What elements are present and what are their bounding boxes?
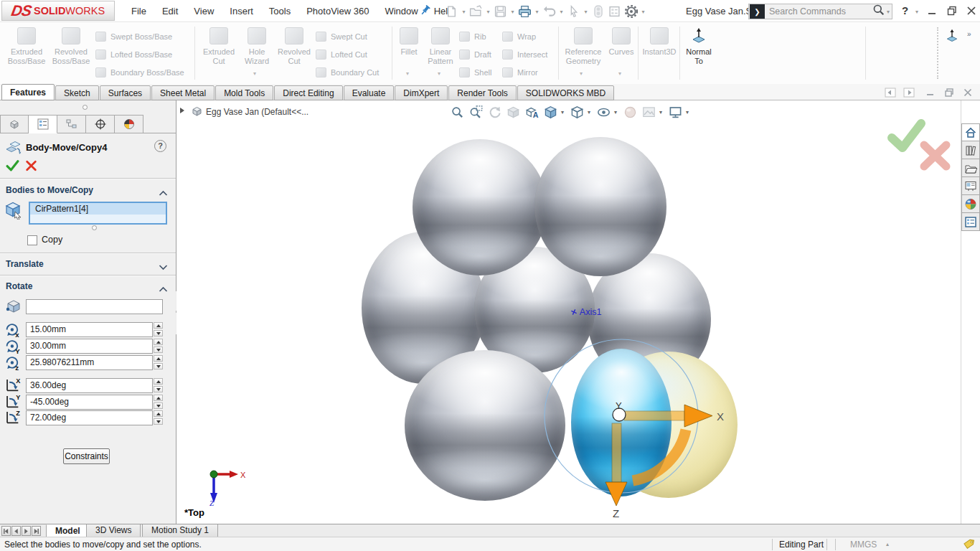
fillet-dropdown-icon[interactable]: ▾: [406, 70, 409, 77]
pin-menu-icon[interactable]: [420, 5, 431, 19]
open-dropdown-icon[interactable]: ▾: [484, 9, 492, 15]
tab-direct-editing[interactable]: Direct Editing: [274, 85, 342, 100]
lofted-cut-button[interactable]: Lofted Cut: [316, 45, 379, 63]
undo-icon[interactable]: [541, 3, 557, 20]
instant3d-button[interactable]: Instant3D: [641, 26, 678, 82]
undo-dropdown-icon[interactable]: ▾: [557, 9, 565, 15]
tab-evaluate[interactable]: Evaluate: [344, 85, 395, 100]
toolbar-overflow-chevron-icon[interactable]: »: [967, 30, 971, 38]
intersect-button[interactable]: Intersect: [502, 45, 547, 63]
options-gear-icon[interactable]: [623, 3, 639, 20]
translate-group-header[interactable]: Translate: [6, 259, 44, 269]
menu-photoview360[interactable]: PhotoView 360: [298, 0, 377, 22]
pane-minimize-icon[interactable]: [924, 87, 936, 98]
file-properties-icon[interactable]: [606, 3, 623, 20]
swept-boss-button[interactable]: Swept Boss/Base: [95, 27, 184, 45]
tab-scroll-first-icon[interactable]: [1, 526, 11, 536]
help-dropdown-icon[interactable]: ▾: [915, 9, 918, 15]
angle-x-spinner[interactable]: [154, 378, 163, 393]
tag-icon[interactable]: [963, 538, 975, 551]
rotate-angle-y-field[interactable]: -45.00deg: [26, 395, 153, 410]
copy-checkbox[interactable]: [27, 235, 37, 245]
rotate-collapse-icon[interactable]: [159, 283, 168, 296]
pane-restore-icon[interactable]: [943, 87, 955, 98]
design-library-icon[interactable]: [961, 141, 980, 159]
tab-dimxpert-manager[interactable]: [86, 115, 115, 133]
boundary-boss-button[interactable]: Boundary Boss/Base: [95, 63, 184, 81]
translate-expand-icon[interactable]: [159, 260, 168, 273]
rotate-arc-handle[interactable]: [633, 430, 686, 481]
tab-render-tools[interactable]: Render Tools: [448, 85, 517, 100]
tab-surfaces[interactable]: Surfaces: [100, 85, 151, 100]
tab-display-manager[interactable]: [115, 115, 143, 133]
z-arrow-head[interactable]: [606, 482, 627, 506]
options-dropdown-icon[interactable]: ▾: [639, 9, 647, 15]
hole-wizard-dropdown-icon[interactable]: ▾: [253, 70, 256, 77]
new-document-icon[interactable]: [443, 3, 460, 20]
ok-button[interactable]: [6, 159, 19, 175]
rib-button[interactable]: Rib: [459, 27, 491, 45]
tab-model[interactable]: Model: [46, 524, 90, 537]
tab-3d-views[interactable]: 3D Views: [86, 524, 141, 537]
pane-previous-icon[interactable]: [884, 87, 896, 98]
z-arrow-shaft[interactable]: [612, 423, 621, 482]
shell-button[interactable]: Shell: [459, 63, 491, 81]
angle-y-spinner[interactable]: [154, 395, 163, 410]
menu-edit[interactable]: Edit: [154, 0, 186, 22]
boundary-cut-button[interactable]: Boundary Cut: [316, 63, 379, 81]
help-button[interactable]: ?: [902, 4, 908, 17]
new-dropdown-icon[interactable]: ▾: [460, 9, 468, 15]
home-tab-icon[interactable]: [961, 123, 980, 141]
rotate-angle-z-field[interactable]: 72.00deg: [26, 410, 153, 425]
graphics-viewport[interactable]: Egg Vase Jan (Default<<... A ▾ ▾ ▾ ▾ ▾: [176, 100, 961, 524]
tab-feature-manager[interactable]: [0, 115, 29, 133]
rotate-origin-y-field[interactable]: 30.00mm: [26, 339, 153, 354]
rotate-group-header[interactable]: Rotate: [6, 281, 32, 291]
menu-insert[interactable]: Insert: [222, 0, 261, 22]
tab-mold-tools[interactable]: Mold Tools: [215, 85, 273, 100]
view-palette-icon[interactable]: [961, 177, 980, 195]
listbox-resize-handle[interactable]: [92, 225, 97, 230]
rebuild-icon[interactable]: [590, 3, 606, 20]
tab-scroll-last-icon[interactable]: [32, 526, 41, 536]
x-arrow-shaft[interactable]: [624, 411, 684, 420]
menu-file[interactable]: File: [123, 0, 154, 22]
units-dropdown-icon[interactable]: ▴: [886, 541, 889, 547]
tab-dimxpert[interactable]: DimXpert: [395, 85, 448, 100]
rotate-origin-z-field[interactable]: 25.98076211mm: [26, 355, 153, 370]
mirror-button[interactable]: Mirror: [502, 63, 547, 81]
wrap-button[interactable]: Wrap: [502, 27, 547, 45]
pane-next-icon[interactable]: [903, 87, 915, 98]
custom-properties-icon[interactable]: [961, 213, 980, 231]
pane-close-icon[interactable]: [961, 87, 974, 98]
select-cursor-icon[interactable]: [565, 3, 582, 20]
draft-button[interactable]: Draft: [459, 45, 491, 63]
rotate-angle-x-field[interactable]: 36.00deg: [26, 378, 153, 393]
angle-z-spinner[interactable]: [154, 410, 163, 425]
tab-scroll-next-icon[interactable]: [22, 526, 31, 536]
selected-body-item[interactable]: CirPattern1[4]: [30, 203, 166, 215]
select-dropdown-icon[interactable]: ▾: [582, 9, 590, 15]
menu-tools[interactable]: Tools: [261, 0, 298, 22]
tab-scroll-prev-icon[interactable]: [11, 526, 21, 536]
panel-resize-handle[interactable]: [83, 105, 88, 110]
tab-features[interactable]: Features: [1, 84, 55, 100]
close-button[interactable]: [966, 6, 976, 19]
curves-dropdown-icon[interactable]: ▾: [618, 70, 621, 77]
open-document-icon[interactable]: [468, 3, 484, 20]
units-selector[interactable]: MMGS: [850, 540, 877, 550]
swept-cut-button[interactable]: Swept Cut: [316, 27, 379, 45]
bodies-group-header[interactable]: Bodies to Move/Copy: [6, 185, 93, 195]
revolved-boss-button[interactable]: Revolved Boss/Base: [50, 26, 92, 82]
revolved-cut-button[interactable]: Revolved Cut: [275, 26, 314, 82]
bodies-selection-listbox[interactable]: CirPattern1[4]: [29, 202, 167, 225]
hole-wizard-button[interactable]: Hole Wizard: [240, 26, 273, 82]
appearances-icon[interactable]: [961, 195, 980, 213]
tab-configuration-manager[interactable]: [57, 115, 86, 133]
axis1-label[interactable]: Axis1: [570, 307, 601, 317]
file-explorer-icon[interactable]: [961, 159, 980, 177]
search-input[interactable]: [765, 6, 872, 17]
tab-sheet-metal[interactable]: Sheet Metal: [151, 85, 215, 100]
print-icon[interactable]: [517, 3, 533, 20]
normal-to-button[interactable]: Normal To: [682, 26, 715, 82]
